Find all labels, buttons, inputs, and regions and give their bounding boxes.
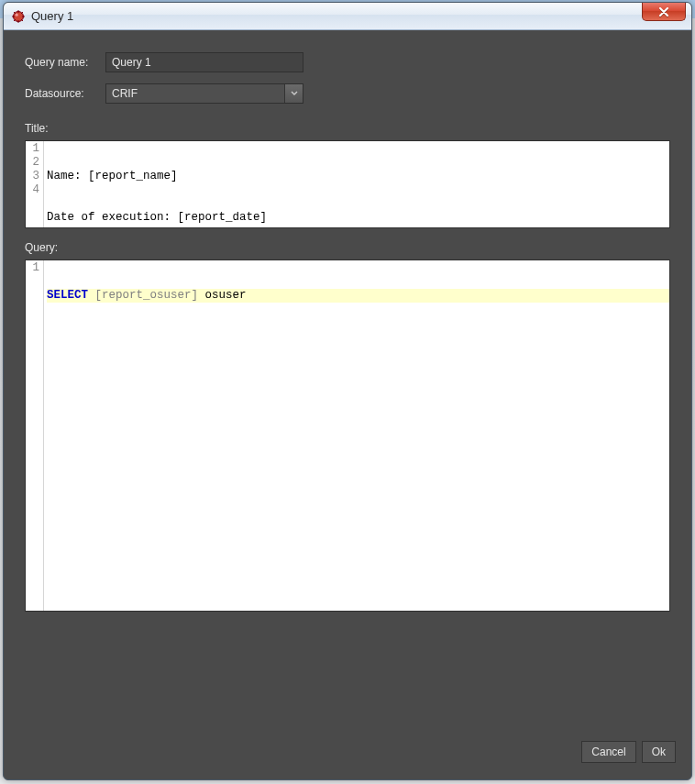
query-editor[interactable]: 1 SELECT [report_osuser] osuser xyxy=(25,259,670,612)
datasource-select[interactable]: CRIF xyxy=(105,83,303,104)
query-dialog-window: Query 1 Query name: Datasource: CRIF xyxy=(3,2,692,780)
dialog-body: Query name: Datasource: CRIF Title: 1 2 … xyxy=(10,38,685,772)
sql-variable: [report_osuser] xyxy=(95,289,199,302)
sql-alias: osuser xyxy=(198,289,247,302)
title-code[interactable]: Name: [report_name] Date of execution: [… xyxy=(44,141,669,227)
window-title: Query 1 xyxy=(31,9,73,23)
app-icon xyxy=(11,9,26,24)
dropdown-button[interactable] xyxy=(284,84,303,103)
cancel-button[interactable]: Cancel xyxy=(581,741,635,763)
close-button[interactable] xyxy=(642,3,686,21)
sql-keyword: SELECT xyxy=(47,289,88,302)
svg-point-1 xyxy=(16,13,18,16)
query-name-input[interactable] xyxy=(105,52,303,72)
window-buttons xyxy=(642,3,691,23)
datasource-row: Datasource: CRIF xyxy=(10,78,685,109)
query-label: Query: xyxy=(10,228,685,258)
query-code[interactable]: SELECT [report_osuser] osuser xyxy=(44,260,669,611)
close-icon xyxy=(658,7,669,17)
query-gutter: 1 xyxy=(26,260,44,611)
query-name-label: Query name: xyxy=(25,56,96,69)
title-line: Name: [report_name] xyxy=(47,170,669,183)
ok-button[interactable]: Ok xyxy=(642,741,676,763)
titlebar[interactable]: Query 1 xyxy=(4,3,691,30)
query-name-row: Query name: xyxy=(10,47,685,78)
dialog-footer: Cancel Ok xyxy=(10,732,685,772)
title-line: Date of execution: [report_date] xyxy=(47,211,669,225)
datasource-selected-value: CRIF xyxy=(106,84,284,103)
datasource-label: Datasource: xyxy=(25,87,96,100)
title-label: Title: xyxy=(10,109,685,138)
title-editor[interactable]: 1 2 3 4 Name: [report_name] Date of exec… xyxy=(25,140,670,228)
query-line: SELECT [report_osuser] osuser xyxy=(47,289,669,303)
chevron-down-icon xyxy=(291,91,298,96)
title-gutter: 1 2 3 4 xyxy=(26,141,44,227)
